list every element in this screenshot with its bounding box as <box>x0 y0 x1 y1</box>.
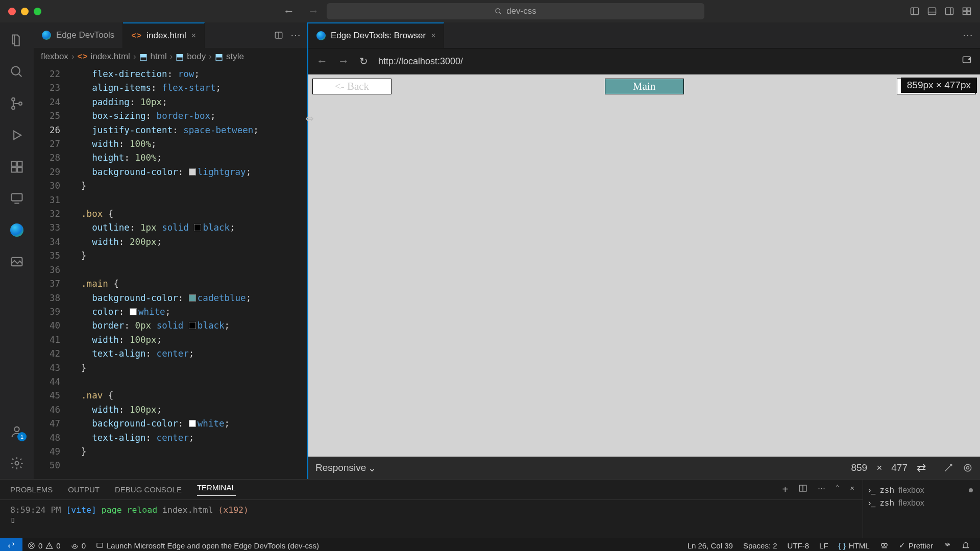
edge-tools-icon[interactable] <box>9 222 24 238</box>
tab-index-html[interactable]: <> index.html × <box>123 22 205 48</box>
activity-bar: 1 <box>0 22 34 479</box>
status-indent[interactable]: Spaces: 2 <box>738 541 782 550</box>
terminal-list: ›_ zsh flexbox ›_ zsh flexbox <box>863 480 980 538</box>
svg-point-31 <box>967 467 969 469</box>
split-editor-icon[interactable] <box>274 31 283 40</box>
search-icon <box>495 8 502 15</box>
browser-back-icon[interactable]: ← <box>316 55 328 68</box>
more-actions-icon[interactable]: ⋯ <box>963 29 973 41</box>
panel-close-icon[interactable]: × <box>850 484 854 495</box>
split-resize-handle[interactable]: ⇔ <box>305 112 314 124</box>
history-forward-icon[interactable]: → <box>308 5 319 18</box>
device-mode-label: Responsive <box>315 462 366 473</box>
layout-sidebar-left-icon[interactable] <box>910 6 920 16</box>
window-close-button[interactable] <box>8 8 16 15</box>
remote-indicator[interactable] <box>0 538 22 551</box>
device-mode-select[interactable]: Responsive ⌄ <box>315 462 376 474</box>
viewport-width[interactable]: 859 <box>851 462 867 473</box>
wand-icon[interactable] <box>943 463 953 473</box>
new-terminal-icon[interactable]: + <box>782 484 789 495</box>
viewport-dimensions-overlay: 859px × 477px <box>901 78 977 93</box>
svg-point-26 <box>15 462 19 465</box>
terminal-entry[interactable]: ›_ zsh flexbox <box>868 484 975 496</box>
panel-tab-terminal[interactable]: TERMINAL <box>197 483 236 496</box>
run-debug-icon[interactable] <box>9 128 24 143</box>
browser-url[interactable]: http://localhost:3000/ <box>378 56 463 67</box>
open-devtools-icon[interactable] <box>962 55 972 67</box>
more-actions-icon[interactable]: ⋯ <box>290 29 301 41</box>
status-prettier[interactable]: ✓Prettier <box>894 541 938 550</box>
search-activity-icon[interactable] <box>9 64 24 80</box>
layout-grid-icon[interactable] <box>962 6 972 16</box>
breadcrumb-item[interactable]: style <box>226 52 244 62</box>
extensions-icon[interactable] <box>9 159 24 174</box>
svg-point-38 <box>74 544 76 547</box>
settings-gear-icon[interactable] <box>9 456 24 471</box>
layout-sidebar-right-icon[interactable] <box>944 6 954 16</box>
edge-icon <box>42 31 51 40</box>
tab-edge-devtools[interactable]: Edge DevTools <box>34 22 123 48</box>
panel-maximize-icon[interactable]: ˄ <box>836 484 840 495</box>
source-control-icon[interactable] <box>9 96 24 111</box>
status-bell-icon[interactable] <box>957 541 975 550</box>
code-editor[interactable]: flex-direction: row; align-items: flex-s… <box>70 65 307 479</box>
svg-point-30 <box>964 464 971 471</box>
breadcrumb-item[interactable]: html <box>151 52 167 62</box>
svg-marker-17 <box>14 131 21 139</box>
close-tab-icon[interactable]: × <box>191 31 196 40</box>
panel-tab-problems[interactable]: PROBLEMS <box>10 485 53 494</box>
command-center-search[interactable]: dev-css <box>327 3 704 19</box>
status-copilot-icon[interactable] <box>875 541 894 550</box>
window-minimize-button[interactable] <box>21 8 29 15</box>
breadcrumb[interactable]: flexbox › <> index.html › ⬒ html › ⬒ bod… <box>34 48 307 65</box>
remote-explorer-icon[interactable] <box>9 191 24 206</box>
preview-viewport[interactable]: <- Back Main Save 859px × 477px <box>308 74 980 457</box>
browser-forward-icon[interactable]: → <box>338 55 349 68</box>
breadcrumb-item[interactable]: index.html <box>90 52 130 62</box>
svg-point-15 <box>12 106 15 109</box>
tab-label: Edge DevTools: Browser <box>331 31 426 41</box>
layout-panel-bottom-icon[interactable] <box>927 6 937 16</box>
accounts-badge: 1 <box>17 432 27 441</box>
tab-edge-browser[interactable]: Edge DevTools: Browser × <box>308 22 444 48</box>
svg-rect-6 <box>946 8 953 14</box>
status-eol[interactable]: LF <box>814 541 834 550</box>
split-terminal-icon[interactable] <box>798 484 807 493</box>
history-back-icon[interactable]: ← <box>283 5 295 18</box>
terminal-icon: ›_ <box>868 498 875 508</box>
viewport-height[interactable]: 477 <box>891 462 908 473</box>
dimension-separator: × <box>876 462 882 473</box>
terminal-output[interactable]: 8:59:24 PM [vite] page reload index.html… <box>0 500 863 538</box>
svg-rect-9 <box>967 8 971 11</box>
panel-tab-output[interactable]: OUTPUT <box>68 485 100 494</box>
status-radio-icon[interactable] <box>938 541 957 550</box>
status-encoding[interactable]: UTF-8 <box>782 541 815 550</box>
svg-rect-18 <box>12 162 16 166</box>
tab-label: Edge DevTools <box>56 30 114 40</box>
svg-rect-8 <box>963 8 967 11</box>
svg-point-14 <box>12 98 15 101</box>
breadcrumb-item[interactable]: flexbox <box>41 52 68 62</box>
explorer-icon[interactable] <box>9 33 24 48</box>
gallery-icon[interactable] <box>9 254 24 269</box>
panel-tab-debug[interactable]: DEBUG CONSOLE <box>115 485 182 494</box>
breadcrumb-item[interactable]: body <box>187 52 206 62</box>
status-cursor-position[interactable]: Ln 26, Col 39 <box>682 541 738 550</box>
status-launch-task[interactable]: Launch Microsoft Edge and open the Edge … <box>91 541 324 550</box>
svg-point-41 <box>884 543 887 546</box>
target-icon[interactable] <box>963 463 973 473</box>
terminal-entry[interactable]: ›_ zsh flexbox <box>868 496 975 509</box>
kebab-icon[interactable]: ⋯ <box>818 484 825 495</box>
status-language[interactable]: { }HTML <box>834 541 875 550</box>
accounts-icon[interactable]: 1 <box>9 424 24 439</box>
line-number-gutter[interactable]: 2223242526272829303132333435363738394041… <box>34 65 70 479</box>
editor-group: Edge DevTools <> index.html × ⋯ flexbox … <box>34 22 308 479</box>
browser-reload-icon[interactable]: ↻ <box>359 55 368 67</box>
close-tab-icon[interactable]: × <box>431 31 435 40</box>
svg-line-13 <box>19 74 22 77</box>
rotate-icon[interactable]: ⇄ <box>917 461 926 474</box>
status-port[interactable]: 0 <box>66 541 91 550</box>
window-maximize-button[interactable] <box>34 8 41 15</box>
device-toolbar: Responsive ⌄ 859 × 477 ⇄ <box>308 457 980 479</box>
status-errors[interactable]: 0 0 <box>22 541 66 550</box>
